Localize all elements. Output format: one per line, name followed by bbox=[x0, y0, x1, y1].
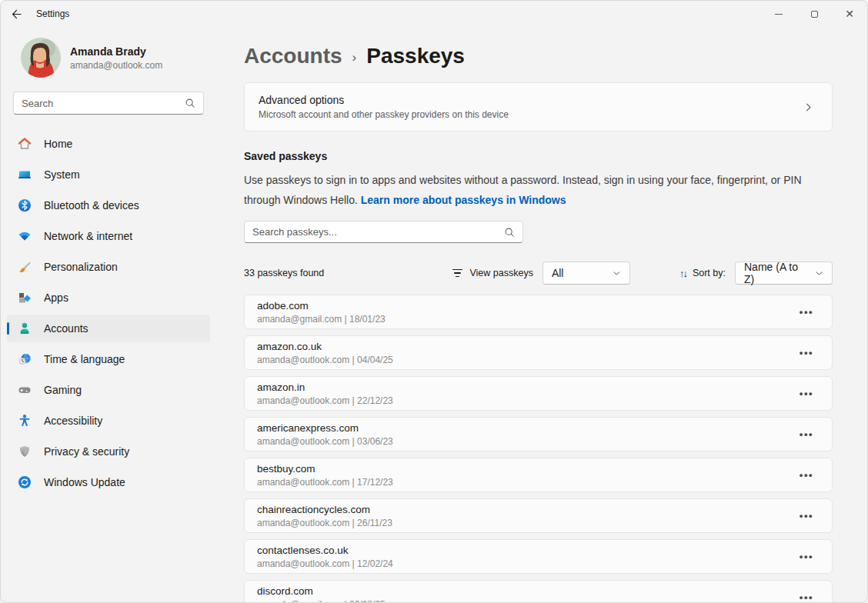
sidebar-item-system[interactable]: System bbox=[7, 161, 210, 188]
sidebar-nav: Home System Bluetooth & devices Network … bbox=[1, 130, 216, 496]
passkey-detail: amanda@outlook.com | 04/04/25 bbox=[257, 355, 793, 365]
passkey-row: americanexpress.com amanda@outlook.com |… bbox=[244, 417, 833, 451]
sidebar-item-gaming[interactable]: Gaming bbox=[7, 376, 210, 404]
search-icon bbox=[504, 227, 515, 238]
passkeys-description: Use passkeys to sign in to apps and webs… bbox=[244, 170, 815, 210]
chevron-down-icon bbox=[613, 269, 621, 278]
breadcrumb: Accounts › Passkeys bbox=[244, 44, 833, 68]
sidebar-item-windows-update[interactable]: Windows Update bbox=[7, 468, 210, 496]
sidebar-item-label: Bluetooth & devices bbox=[44, 199, 139, 212]
privacy-icon bbox=[18, 445, 32, 458]
search-icon bbox=[185, 98, 195, 108]
maximize-button[interactable] bbox=[796, 1, 832, 27]
passkeys-count: 33 passkeys found bbox=[244, 268, 324, 278]
sidebar-item-network[interactable]: Network & internet bbox=[7, 222, 210, 250]
more-options-button[interactable]: ••• bbox=[793, 466, 820, 484]
more-options-button[interactable]: ••• bbox=[793, 385, 820, 402]
back-button[interactable] bbox=[1, 1, 32, 27]
windows-update-icon bbox=[18, 475, 32, 489]
sidebar-item-bluetooth[interactable]: Bluetooth & devices bbox=[7, 192, 210, 219]
main-content: Accounts › Passkeys Advanced options Mic… bbox=[216, 27, 867, 603]
gaming-icon bbox=[18, 383, 32, 397]
saved-passkeys-heading: Saved passkeys bbox=[244, 150, 833, 162]
breadcrumb-accounts[interactable]: Accounts bbox=[244, 44, 342, 68]
user-email: amanda@outlook.com bbox=[70, 60, 162, 71]
sidebar-item-time-language[interactable]: Time & language bbox=[7, 345, 210, 373]
sort-by-label: Sort by: bbox=[693, 268, 726, 278]
passkey-detail: amanda@outlook.com | 22/12/23 bbox=[257, 395, 793, 406]
view-passkeys-value: All bbox=[552, 267, 564, 279]
chevron-right-icon bbox=[803, 102, 818, 112]
sidebar-item-label: Apps bbox=[44, 292, 68, 304]
passkey-site: bestbuy.com bbox=[257, 463, 793, 475]
settings-window: Settings ✕ bbox=[0, 0, 868, 603]
more-options-button[interactable]: ••• bbox=[793, 588, 820, 603]
chevron-down-icon bbox=[815, 269, 823, 278]
passkey-search[interactable] bbox=[244, 221, 523, 243]
sidebar-item-home[interactable]: Home bbox=[7, 130, 210, 158]
user-profile[interactable]: Amanda Brady amanda@outlook.com bbox=[21, 38, 204, 78]
sidebar-item-label: Network & internet bbox=[44, 230, 132, 242]
filter-icon bbox=[452, 269, 462, 278]
sidebar-item-label: System bbox=[44, 168, 80, 181]
passkey-search-input[interactable] bbox=[252, 226, 504, 238]
sidebar-item-accounts[interactable]: Accounts bbox=[7, 315, 210, 342]
advanced-options-title: Advanced options bbox=[259, 94, 803, 106]
app-title: Settings bbox=[36, 8, 69, 19]
more-options-button[interactable]: ••• bbox=[793, 548, 820, 565]
more-options-button[interactable]: ••• bbox=[793, 303, 820, 321]
more-options-button[interactable]: ••• bbox=[793, 344, 820, 361]
passkey-row: contactlenses.co.uk amanda@outlook.com |… bbox=[244, 539, 833, 574]
sidebar-item-apps[interactable]: Apps bbox=[7, 284, 210, 311]
sidebar-item-privacy[interactable]: Privacy & security bbox=[7, 438, 210, 465]
passkey-detail: amanda@outlook.com | 03/06/23 bbox=[257, 436, 793, 447]
sidebar-item-label: Privacy & security bbox=[44, 445, 129, 458]
back-arrow-icon bbox=[11, 8, 22, 20]
sort-icon: ↑↓ bbox=[679, 268, 686, 279]
passkey-site: contactlenses.co.uk bbox=[257, 545, 793, 556]
sidebar-item-label: Time & language bbox=[44, 353, 125, 365]
sidebar-search-input[interactable] bbox=[22, 98, 185, 109]
more-options-button[interactable]: ••• bbox=[793, 425, 820, 443]
learn-more-link[interactable]: Learn more about passkeys in Windows bbox=[361, 194, 566, 206]
minimize-button[interactable] bbox=[761, 1, 796, 27]
passkey-detail: amanda@gmail.com | 18/01/23 bbox=[257, 314, 793, 325]
user-name: Amanda Brady bbox=[70, 45, 162, 58]
sidebar-search[interactable] bbox=[13, 92, 204, 115]
passkey-detail: amanda@outlook.com | 17/12/23 bbox=[257, 477, 793, 488]
minimize-icon bbox=[775, 14, 783, 15]
sidebar: Amanda Brady amanda@outlook.com Home Sys… bbox=[1, 27, 216, 603]
close-button[interactable]: ✕ bbox=[832, 1, 867, 27]
passkey-row: amazon.in amanda@outlook.com | 22/12/23 … bbox=[244, 376, 833, 411]
system-icon bbox=[18, 168, 32, 182]
sort-by-value: Name (A to Z) bbox=[744, 261, 810, 285]
more-options-button[interactable]: ••• bbox=[793, 507, 820, 525]
advanced-options-card[interactable]: Advanced options Microsoft account and o… bbox=[244, 82, 833, 132]
avatar bbox=[21, 38, 61, 78]
accessibility-icon bbox=[18, 414, 32, 428]
time-language-icon bbox=[18, 352, 32, 366]
sidebar-item-accessibility[interactable]: Accessibility bbox=[7, 407, 210, 435]
passkey-site: amazon.co.uk bbox=[257, 341, 793, 352]
passkey-detail: amanda@outlook.com | 12/02/24 bbox=[257, 558, 793, 569]
advanced-options-subtitle: Microsoft account and other passkey prov… bbox=[259, 109, 803, 120]
home-icon bbox=[18, 137, 32, 151]
passkey-site: adobe.com bbox=[257, 300, 793, 311]
passkey-row: bestbuy.com amanda@outlook.com | 17/12/2… bbox=[244, 458, 833, 492]
sidebar-item-label: Windows Update bbox=[44, 476, 125, 488]
sort-by-dropdown[interactable]: Name (A to Z) bbox=[735, 262, 833, 285]
network-icon bbox=[18, 229, 32, 243]
sidebar-item-personalization[interactable]: Personalization bbox=[7, 253, 210, 281]
passkey-detail: amanda@outlook.com | 26/11/23 bbox=[257, 518, 793, 528]
passkey-site: discord.com bbox=[257, 585, 793, 597]
maximize-icon bbox=[811, 11, 818, 18]
personalization-icon bbox=[18, 260, 32, 274]
apps-icon bbox=[18, 291, 32, 305]
breadcrumb-separator-icon: › bbox=[352, 50, 357, 65]
filter-row: 33 passkeys found View passkeys All ↑↓ S… bbox=[244, 262, 833, 285]
passkey-site: americanexpress.com bbox=[257, 422, 793, 434]
passkey-site: amazon.in bbox=[257, 381, 793, 393]
accounts-icon bbox=[18, 321, 32, 335]
passkey-row: adobe.com amanda@gmail.com | 18/01/23 ••… bbox=[244, 295, 833, 329]
view-passkeys-dropdown[interactable]: All bbox=[542, 262, 630, 285]
